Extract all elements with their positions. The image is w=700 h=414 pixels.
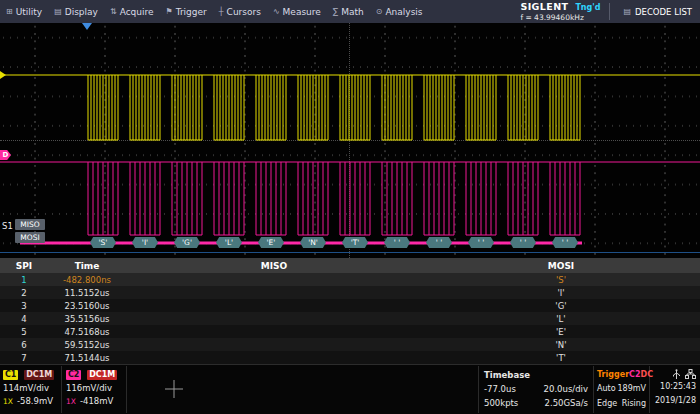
timebase-memory: 500kpts [484, 396, 518, 410]
t-idx: 2 [0, 288, 48, 298]
table-row[interactable]: 323.5160us'G' [0, 299, 700, 312]
trigger-position-marker[interactable] [82, 23, 92, 30]
timebase-status[interactable]: Timebase -77.0us 20.0us/div 500kpts 2.50… [478, 366, 594, 413]
table-body: 1-482.800ns'S'211.5152us'I'323.5160us'G'… [0, 273, 700, 364]
waveform-area[interactable]: D S1 MISO MOSI 'S''I''G''L''E''N''T'' ''… [0, 23, 700, 258]
c2-badge: C2 [66, 370, 81, 380]
t-mosi: 'S' [422, 275, 700, 285]
trigger-type: Edge [597, 397, 617, 411]
t-time: 23.5160us [48, 301, 126, 311]
timebase-samplerate: 2.50GSa/s [545, 396, 588, 410]
channel2-status[interactable]: C2 DC1M 116mV/div 1X-418mV [63, 366, 127, 413]
clock-time: 10:25:43 [653, 380, 696, 394]
menu-item-acquire[interactable]: ⇅Acquire [104, 0, 160, 23]
decode-bubble: ' ' [510, 237, 536, 248]
channel1-offset-marker[interactable] [0, 71, 6, 79]
menu-item-label: Cursors [227, 7, 261, 17]
table-row[interactable]: 1-482.800ns'S' [0, 273, 700, 286]
col-header-spi: SPI [0, 261, 48, 271]
brand-block: SIGLENT Tng'd f = 43.99460kHz [516, 0, 604, 23]
table-row[interactable]: 659.5152us'N' [0, 338, 700, 351]
menu-item-label: Measure [283, 7, 321, 17]
t-time: 11.5152us [48, 288, 126, 298]
bus-baseline [0, 252, 700, 253]
top-menu-bar: ⊞Utility▤Display⇅Acquire⚑Trigger┼Cursors… [0, 0, 700, 23]
decode-bubble: 'L' [216, 237, 242, 248]
t-idx: 4 [0, 314, 48, 324]
t-mosi: 'G' [422, 301, 700, 311]
table-row[interactable]: 211.5152us'I' [0, 286, 700, 299]
t-time: 47.5168us [48, 327, 126, 337]
trigger-source-coupling: C2DC [629, 368, 653, 382]
menu-item-label: Analysis [385, 7, 422, 17]
waveform-plot [0, 23, 700, 258]
decode-bubble: 'G' [174, 237, 200, 248]
table-row[interactable]: 435.5156us'L' [0, 312, 700, 325]
t-mosi: 'E' [422, 327, 700, 337]
menu-item-trigger[interactable]: ⚑Trigger [160, 0, 213, 23]
t-mosi: 'L' [422, 314, 700, 324]
col-header-mosi: MOSI [422, 261, 700, 271]
display-icon: ▤ [54, 7, 62, 16]
timebase-delay: -77.0us [484, 382, 516, 396]
t-idx: 3 [0, 301, 48, 311]
mosi-label[interactable]: MOSI [15, 232, 45, 243]
pan-cross-icon [160, 375, 188, 403]
menu-item-label: Trigger [176, 7, 207, 17]
menu-item-math[interactable]: ∑Math [327, 0, 370, 23]
brand-logo: SIGLENT [520, 2, 568, 12]
usb-icon [672, 369, 681, 380]
bus-group-label: S1 [2, 221, 13, 231]
t-time: 71.5144us [48, 353, 126, 363]
menu: ⊞Utility▤Display⇅Acquire⚑Trigger┼Cursors… [0, 0, 429, 23]
menu-item-cursors[interactable]: ┼Cursors [213, 0, 267, 23]
c2-probe: 1X [66, 397, 76, 406]
clock-date: 2019/1/28 [653, 394, 696, 408]
trigger-level: 189mV [617, 382, 646, 396]
trigger-source: C2 [629, 370, 640, 379]
menu-item-utility[interactable]: ⊞Utility [0, 0, 48, 23]
menu-item-label: Utility [16, 7, 42, 17]
table-row[interactable]: 547.5168us'E' [0, 325, 700, 338]
decode-list-button[interactable]: ▤ DECODE LIST [615, 0, 700, 23]
topbar-divider [609, 3, 610, 20]
menu-item-label: Display [65, 7, 98, 17]
decode-bubble: 'I' [132, 237, 158, 248]
t-mosi: 'T' [422, 353, 700, 363]
decode-bubble: 'N' [300, 237, 326, 248]
decode-bubble: ' ' [552, 237, 578, 248]
menu-item-measure[interactable]: ∿Measure [267, 0, 327, 23]
t-time: 59.5152us [48, 340, 126, 350]
channel1-status[interactable]: C1 DC1M 114mV/div 1X-58.9mV [0, 366, 62, 413]
trigger-status-badge: Tng'd [575, 4, 600, 12]
c1-offset: -58.9mV [17, 396, 53, 406]
decode-event-table: SPI Time MISO MOSI 1-482.800ns'S'211.515… [0, 258, 700, 364]
table-header: SPI Time MISO MOSI [0, 258, 700, 273]
miso-label[interactable]: MISO [15, 219, 45, 230]
oscilloscope-screen: ⊞Utility▤Display⇅Acquire⚑Trigger┼Cursors… [0, 0, 700, 414]
trigger-slope: Rising [622, 397, 646, 411]
t-mosi: 'N' [422, 340, 700, 350]
timebase-scale: 20.0us/div [544, 382, 588, 396]
menu-item-display[interactable]: ▤Display [48, 0, 104, 23]
t-mosi: 'I' [422, 288, 700, 298]
menu-item-analysis[interactable]: ⊙Analysis [370, 0, 429, 23]
trigger-status-box[interactable]: Trigger C2DC Auto 189mV Edge Rising [594, 366, 650, 413]
t-idx: 7 [0, 353, 48, 363]
t-time: 35.5156us [48, 314, 126, 324]
decode-list-label: DECODE LIST [635, 7, 692, 17]
c1-badge: C1 [3, 370, 18, 380]
col-header-time: Time [48, 261, 126, 271]
decode-bubble: ' ' [426, 237, 452, 248]
menu-item-label: Math [341, 7, 364, 17]
c2-offset: -418mV [80, 396, 113, 406]
utility-icon: ⊞ [6, 7, 13, 16]
decode-bubble: 'E' [258, 237, 284, 248]
c1-coupling-badge: DC1M [24, 370, 54, 380]
cursors-icon: ┼ [219, 7, 224, 16]
table-row[interactable]: 771.5144us'T' [0, 351, 700, 364]
c1-probe: 1X [3, 397, 13, 406]
timebase-title: Timebase [484, 368, 530, 382]
frequency-readout: f = 43.99460kHz [520, 14, 600, 22]
system-status[interactable]: 10:25:43 2019/1/28 [651, 366, 700, 413]
